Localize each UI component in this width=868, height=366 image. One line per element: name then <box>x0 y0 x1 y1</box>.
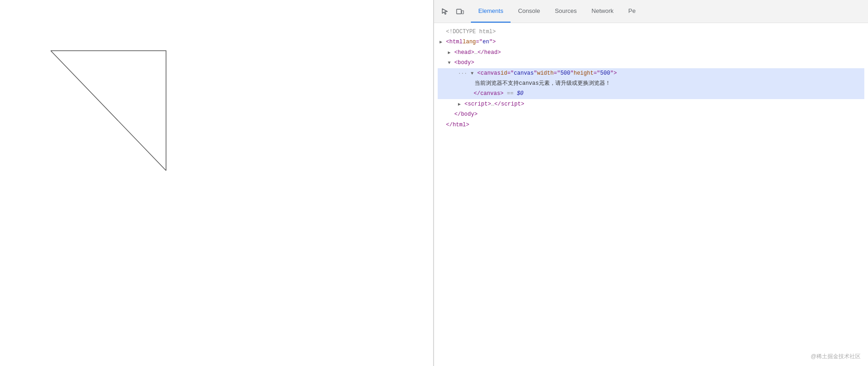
device-icon <box>456 7 464 16</box>
inspect-element-button[interactable] <box>438 4 452 19</box>
canvas-fallback-text: 当前浏览器不支持canvas元素，请升级或更换浏览器！ <box>475 79 611 88</box>
dom-tree: <!DOCTYPE html> <html lang="en"> <head>…… <box>434 25 868 132</box>
body-close-tag: </body> <box>454 110 477 119</box>
dollar-ref: == $0 <box>504 89 523 98</box>
script-tag: <script> <box>464 100 491 109</box>
tab-elements[interactable]: Elements <box>471 0 511 23</box>
tab-sources[interactable]: Sources <box>547 0 584 23</box>
html-close-tag: </html> <box>446 120 469 130</box>
dots-handle: ··· <box>458 69 467 78</box>
svg-line-0 <box>51 51 166 171</box>
devtools-content: <!DOCTYPE html> <html lang="en"> <head>…… <box>434 23 868 366</box>
dom-line-canvas-fallback: 当前浏览器不支持canvas元素，请升级或更换浏览器！ <box>438 78 864 89</box>
arrow-script[interactable] <box>458 100 464 108</box>
body-open-tag: <body> <box>454 58 474 67</box>
svg-rect-1 <box>457 9 461 14</box>
dom-line-html[interactable]: <html lang="en"> <box>438 37 864 47</box>
head-tag: <head> <box>454 48 474 57</box>
arrow-body[interactable] <box>448 59 454 67</box>
dom-line-body-close[interactable]: </body> <box>438 109 864 119</box>
canvas-triangle <box>37 37 175 175</box>
arrow-canvas[interactable] <box>471 70 477 77</box>
devtools-header: Elements Console Sources Network Pe <box>434 0 868 23</box>
dom-line-head[interactable]: <head>…</head> <box>438 47 864 58</box>
browser-viewport <box>0 0 434 366</box>
dom-line-canvas-open[interactable]: ··· <canvas id="canvas" width="500" heig… <box>438 68 864 78</box>
watermark: @稀土掘金技术社区 <box>811 353 861 360</box>
devtools-panel: Elements Console Sources Network Pe <!DO… <box>434 0 868 366</box>
dom-line-body[interactable]: <body> <box>438 58 864 68</box>
inspect-icon <box>441 7 449 16</box>
arrow-html[interactable] <box>440 38 446 46</box>
svg-rect-2 <box>462 11 464 14</box>
tab-console[interactable]: Console <box>511 0 547 23</box>
device-toggle-button[interactable] <box>452 4 467 19</box>
dom-line-script[interactable]: <script>…</script> <box>438 99 864 109</box>
canvas-close-tag: </canvas> <box>474 89 504 98</box>
devtools-tabs: Elements Console Sources Network Pe <box>471 0 643 23</box>
tab-performance[interactable]: Pe <box>621 0 643 23</box>
arrow-head[interactable] <box>448 49 454 57</box>
dom-line-doctype[interactable]: <!DOCTYPE html> <box>438 27 864 37</box>
doctype-text: <!DOCTYPE html> <box>446 27 496 36</box>
canvas-area <box>9 9 424 357</box>
tab-network[interactable]: Network <box>584 0 621 23</box>
dom-line-html-close[interactable]: </html> <box>438 120 864 130</box>
dom-line-canvas-close[interactable]: </canvas> == $0 <box>438 89 864 99</box>
canvas-tag: <canvas <box>477 69 500 78</box>
html-open-tag: <html <box>446 37 463 47</box>
